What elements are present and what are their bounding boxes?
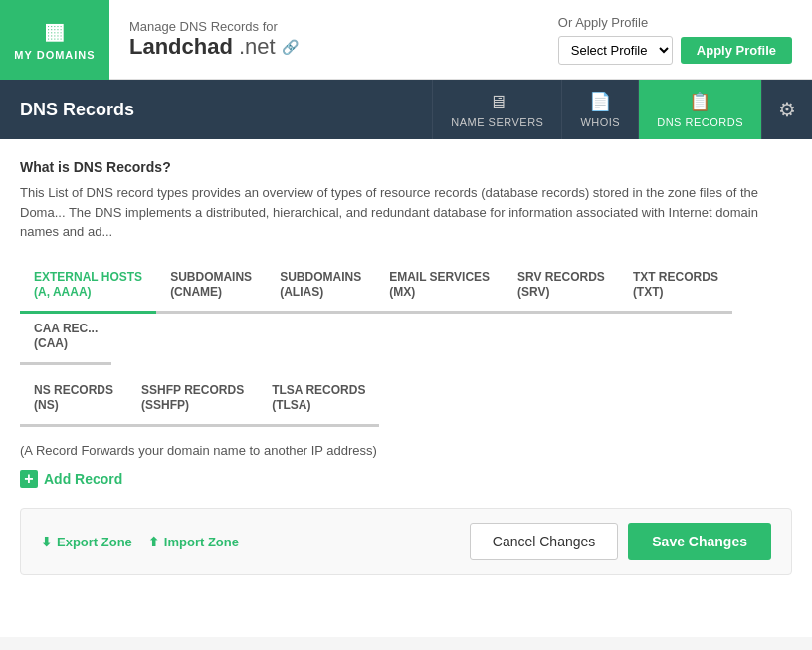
domains-icon: ▦ — [44, 19, 66, 45]
dns-records-icon: 📋 — [689, 91, 711, 112]
apply-profile-row: Select Profile Apply Profile — [558, 36, 792, 65]
tab-sshfp-records[interactable]: SSHFP RECORDS(SSHFP) — [127, 375, 258, 427]
tab-settings[interactable]: ⚙ — [761, 80, 812, 139]
apply-profile-button[interactable]: Apply Profile — [681, 37, 792, 64]
export-import-buttons: ⬇ Export Zone ⬆ Import Zone — [41, 535, 239, 549]
tab-email-services[interactable]: EMAIL SERVICES(MX) — [375, 262, 504, 314]
record-tabs: EXTERNAL HOSTS(A, AAAA) SUBDOMAINS(CNAME… — [20, 262, 792, 365]
tab-whois-label: WHOIS — [580, 116, 620, 128]
tab-tlsa-records[interactable]: TLSA RECORDS(TLSA) — [258, 375, 379, 427]
tab-srv-records[interactable]: SRV RECORDS(SRV) — [504, 262, 619, 314]
nav-bar: DNS Records 🖥 NAME SERVERS 📄 WHOIS 📋 DNS… — [0, 80, 812, 139]
add-record-row: + Add Record — [20, 470, 792, 488]
description-text: This List of DNS record types provides a… — [20, 183, 792, 242]
external-link-icon: 🔗 — [282, 39, 299, 55]
download-icon: ⬇ — [41, 535, 52, 549]
tab-subdomains-alias[interactable]: SUBDOMAINS(ALIAS) — [266, 262, 375, 314]
my-domains-label: MY DOMAINS — [14, 49, 95, 61]
gear-icon: ⚙ — [778, 98, 796, 121]
tab-external-hosts[interactable]: EXTERNAL HOSTS(A, AAAA) — [20, 262, 156, 314]
action-buttons: Cancel Changes Save Changes — [470, 523, 771, 560]
cancel-changes-button[interactable]: Cancel Changes — [470, 523, 619, 560]
name-servers-icon: 🖥 — [489, 92, 508, 112]
manage-dns-subtitle: Manage DNS Records for — [129, 19, 299, 34]
export-zone-button[interactable]: ⬇ Export Zone — [41, 535, 132, 549]
domain-text: Landchad — [129, 34, 233, 60]
save-changes-button[interactable]: Save Changes — [628, 523, 771, 560]
select-profile-dropdown[interactable]: Select Profile — [558, 36, 673, 65]
tab-caa-records[interactable]: CAA REC...(CAA) — [20, 314, 111, 365]
whois-icon: 📄 — [589, 91, 612, 112]
manage-dns-section: Manage DNS Records for Landchad .net 🔗 — [109, 19, 318, 60]
top-header: ▦ MY DOMAINS Manage DNS Records for Land… — [0, 0, 812, 80]
what-is-title: What is DNS Records? — [20, 159, 792, 175]
import-zone-label: Import Zone — [164, 535, 239, 549]
add-icon: + — [20, 470, 38, 488]
nav-title: DNS Records — [0, 80, 432, 139]
tab-dns-records[interactable]: 📋 DNS RECORDS — [638, 80, 761, 139]
tab-ns-records[interactable]: NS RECORDS(NS) — [20, 375, 127, 427]
tab-subdomains-cname[interactable]: SUBDOMAINS(CNAME) — [156, 262, 266, 314]
tab-dns-records-label: DNS RECORDS — [657, 116, 743, 128]
export-zone-label: Export Zone — [57, 535, 132, 549]
apply-profile-label: Or Apply Profile — [558, 15, 648, 30]
add-record-label: Add Record — [44, 471, 122, 487]
import-zone-button[interactable]: ⬆ Import Zone — [148, 535, 239, 549]
tab-name-servers[interactable]: 🖥 NAME SERVERS — [432, 80, 561, 139]
bottom-bar: ⬇ Export Zone ⬆ Import Zone Cancel Chang… — [20, 508, 792, 575]
domain-name: Landchad .net 🔗 — [129, 34, 299, 60]
my-domains-button[interactable]: ▦ MY DOMAINS — [0, 0, 109, 80]
info-text: (A Record Forwards your domain name to a… — [20, 443, 792, 458]
tab-txt-records[interactable]: TXT RECORDS(TXT) — [619, 262, 732, 314]
tab-whois[interactable]: 📄 WHOIS — [561, 80, 638, 139]
record-tabs-row2: NS RECORDS(NS) SSHFP RECORDS(SSHFP) TLSA… — [20, 375, 792, 427]
apply-profile-section: Or Apply Profile Select Profile Apply Pr… — [558, 15, 812, 65]
upload-icon: ⬆ — [148, 535, 159, 549]
tab-name-servers-label: NAME SERVERS — [451, 116, 543, 128]
main-content: What is DNS Records? This List of DNS re… — [0, 139, 812, 637]
add-record-button[interactable]: + Add Record — [20, 470, 122, 488]
domain-tld: .net — [239, 34, 276, 60]
nav-tabs: 🖥 NAME SERVERS 📄 WHOIS 📋 DNS RECORDS ⚙ — [432, 80, 812, 139]
